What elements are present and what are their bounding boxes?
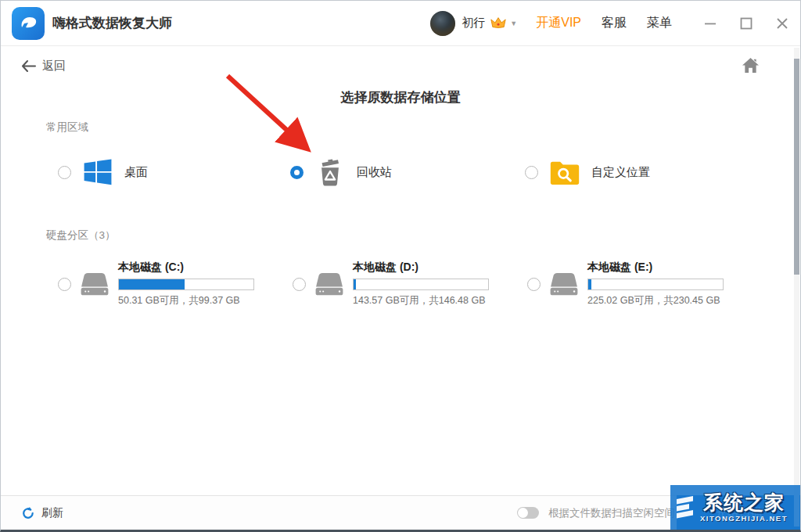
disk-row-e[interactable]: 本地磁盘 (E:) 225.02 GB可用，共230.45 GB: [527, 261, 724, 307]
app-title: 嗨格式数据恢复大师: [52, 14, 172, 32]
radio-recycle-bin[interactable]: [290, 166, 304, 179]
customer-service-link[interactable]: 客服: [602, 15, 627, 31]
recycle-bin-icon: [314, 156, 346, 188]
radio-custom-location[interactable]: [525, 166, 538, 179]
chevron-down-icon[interactable]: ▼: [510, 20, 517, 27]
disk-capacity: 143.57 GB可用，共146.48 GB: [353, 294, 489, 307]
maximize-button[interactable]: [728, 1, 764, 45]
refresh-icon: [21, 506, 35, 520]
home-icon: [742, 57, 760, 74]
scan-free-space-label: 根据文件数据扫描空闲空间: [548, 506, 675, 520]
back-button[interactable]: 返回: [21, 59, 66, 74]
disk-usage-fill: [354, 279, 356, 289]
app-window: 嗨格式数据恢复大师 初行 ▼ 开通VIP 客服 菜单: [0, 0, 801, 532]
radio-disk-d[interactable]: [293, 278, 306, 291]
close-button[interactable]: [764, 1, 800, 45]
disk-usage-bar: [118, 279, 254, 290]
app-logo-icon: [12, 7, 45, 40]
crown-icon: [490, 16, 507, 30]
option-label-custom-location: 自定义位置: [591, 165, 650, 180]
main-content: 返回 选择原数据存储位置 常用区域 桌面: [1, 46, 800, 495]
disk-name: 本地磁盘 (D:): [353, 261, 489, 275]
hard-drive-icon: [548, 269, 580, 299]
toggle-knob: [518, 508, 528, 518]
option-label-desktop: 桌面: [124, 165, 148, 180]
footer-bar: 刷新 根据文件数据扫描空闲空间 开始扫描: [1, 495, 800, 530]
open-vip-link[interactable]: 开通VIP: [536, 15, 581, 31]
vertical-scrollbar[interactable]: [794, 48, 799, 527]
disk-row-d[interactable]: 本地磁盘 (D:) 143.57 GB可用，共146.48 GB: [293, 261, 489, 307]
refresh-label: 刷新: [41, 506, 63, 520]
disk-usage-bar: [353, 279, 489, 290]
section-label-common: 常用区域: [46, 120, 88, 135]
option-label-recycle-bin: 回收站: [357, 165, 392, 180]
option-custom-location[interactable]: 自定义位置: [525, 154, 650, 190]
refresh-button[interactable]: 刷新: [21, 496, 63, 530]
disk-usage-fill: [119, 279, 185, 289]
user-avatar[interactable]: [430, 11, 455, 36]
radio-desktop[interactable]: [58, 166, 71, 179]
disk-row-c[interactable]: 本地磁盘 (C:) 50.31 GB可用，共99.37 GB: [58, 261, 254, 307]
option-recycle-bin[interactable]: 回收站: [290, 154, 392, 190]
scan-free-space-toggle[interactable]: [517, 507, 539, 519]
folder-search-icon: [549, 158, 580, 186]
disk-usage-fill: [588, 279, 591, 289]
section-label-partitions: 硬盘分区（3）: [46, 228, 116, 243]
title-bar: 嗨格式数据恢复大师 初行 ▼ 开通VIP 客服 菜单: [1, 1, 800, 46]
disk-usage-bar: [587, 279, 724, 290]
back-arrow-icon: [21, 60, 36, 72]
disk-capacity: 50.31 GB可用，共99.37 GB: [118, 294, 254, 307]
hard-drive-icon: [314, 269, 345, 299]
page-title: 选择原数据存储位置: [1, 88, 800, 106]
windows-logo-icon: [82, 157, 113, 187]
radio-disk-c[interactable]: [58, 278, 71, 291]
disk-name: 本地磁盘 (C:): [118, 261, 254, 275]
username: 初行: [462, 16, 485, 31]
radio-disk-e[interactable]: [527, 278, 541, 291]
menu-link[interactable]: 菜单: [647, 15, 672, 31]
minimize-button[interactable]: [692, 1, 728, 45]
hard-drive-icon: [79, 269, 110, 299]
home-button[interactable]: [742, 57, 760, 77]
disk-name: 本地磁盘 (E:): [587, 261, 724, 275]
option-desktop[interactable]: 桌面: [58, 154, 148, 190]
scrollbar-thumb[interactable]: [794, 59, 799, 275]
disk-capacity: 225.02 GB可用，共230.45 GB: [587, 294, 724, 307]
start-scan-button[interactable]: 开始扫描: [677, 495, 800, 530]
back-label: 返回: [42, 59, 66, 74]
